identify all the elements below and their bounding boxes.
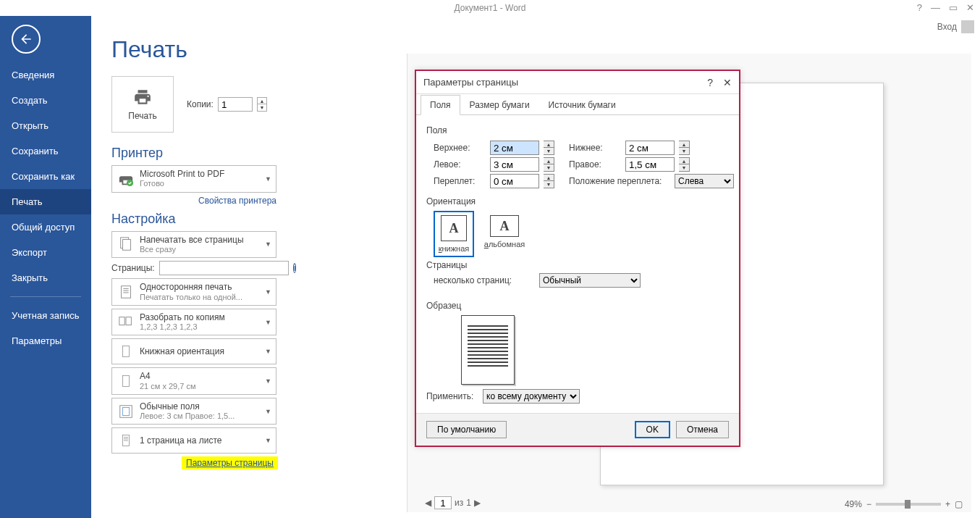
- tab-paper-size[interactable]: Размер бумаги: [460, 95, 539, 115]
- menu-create[interactable]: Создать: [0, 88, 91, 113]
- print-button[interactable]: Печать: [111, 76, 174, 133]
- chevron-down-icon: ▼: [265, 437, 271, 444]
- zoom-out-button[interactable]: −: [866, 499, 871, 509]
- zoom-in-button[interactable]: +: [945, 499, 950, 509]
- zoom-percent: 49%: [845, 499, 862, 509]
- chevron-down-icon: ▼: [265, 377, 271, 385]
- menu-close[interactable]: Закрыть: [0, 265, 91, 291]
- spinner[interactable]: ▲▼: [544, 141, 554, 155]
- sides-select[interactable]: Односторонняя печатьПечатать только на о…: [111, 278, 276, 306]
- gutter-input[interactable]: [490, 174, 539, 188]
- spinner[interactable]: ▲▼: [679, 157, 690, 172]
- paper-icon: [117, 372, 135, 390]
- chevron-down-icon: ▼: [265, 175, 271, 183]
- tab-margins[interactable]: Поля: [421, 95, 460, 115]
- svg-rect-8: [126, 317, 131, 325]
- fit-page-button[interactable]: ▢: [955, 499, 963, 509]
- menu-print[interactable]: Печать: [0, 189, 91, 214]
- preview-nav: ◀ из 1 ▶: [425, 496, 481, 509]
- zoom-control: 49% − + ▢: [845, 499, 963, 509]
- sheet-icon: [117, 431, 135, 450]
- menu-open[interactable]: Открыть: [0, 113, 91, 138]
- printer-ready-icon: [117, 170, 135, 188]
- chevron-down-icon: ▼: [265, 348, 271, 355]
- close-icon[interactable]: ✕: [966, 2, 974, 13]
- printer-properties-link[interactable]: Свойства принтера: [198, 196, 276, 206]
- gutter-position-select[interactable]: Слева: [675, 174, 734, 188]
- sample-preview: [461, 315, 515, 385]
- titlebar: Документ1 - Word ? ― ▭ ✕: [0, 0, 980, 16]
- spinner[interactable]: ▲▼: [544, 174, 554, 188]
- help-button[interactable]: ?: [707, 77, 713, 88]
- collate-select[interactable]: Разобрать по копиям1,2,3 1,2,3 1,2,3 ▼: [111, 309, 276, 336]
- margin-right-input[interactable]: [625, 157, 675, 172]
- minimize-icon[interactable]: ―: [931, 2, 940, 13]
- orientation-portrait-button[interactable]: A книжная: [434, 211, 474, 257]
- margins-icon: [117, 402, 135, 421]
- menu-save[interactable]: Сохранить: [0, 138, 91, 164]
- menu-saveas[interactable]: Сохранить как: [0, 164, 91, 189]
- chevron-down-icon: ▼: [265, 241, 271, 248]
- menu-share[interactable]: Общий доступ: [0, 214, 91, 240]
- pages-per-sheet-select[interactable]: 1 страница на листе ▼: [111, 427, 276, 454]
- sample-group-label: Образец: [426, 301, 729, 311]
- menu-separator: [10, 296, 81, 297]
- chevron-down-icon: ▼: [265, 288, 271, 296]
- orientation-landscape-button[interactable]: A альбомная: [484, 211, 525, 257]
- page-setup-link[interactable]: Параметры страницы: [182, 456, 278, 469]
- spinner[interactable]: ▲▼: [544, 157, 554, 172]
- margin-bottom-input[interactable]: [625, 141, 675, 155]
- chevron-down-icon: ▼: [265, 408, 271, 415]
- prev-page-button[interactable]: ◀: [425, 498, 431, 508]
- copies-input[interactable]: [218, 97, 253, 112]
- margins-select[interactable]: Обычные поляЛевое: 3 см Правое: 1,5... ▼: [111, 398, 276, 425]
- copies-spinner[interactable]: ▲▼: [257, 97, 267, 112]
- print-range-select[interactable]: Напечатать все страницыВсе сразу ▼: [111, 231, 276, 259]
- info-icon[interactable]: i: [293, 263, 297, 273]
- svg-rect-3: [122, 286, 131, 298]
- copies-label: Копии:: [187, 99, 214, 109]
- page-setup-dialog: Параметры страницы ?✕ Поля Размер бумаги…: [415, 70, 740, 447]
- orientation-select[interactable]: Книжная ориентация ▼: [111, 338, 276, 364]
- printer-icon: [132, 88, 153, 106]
- oneside-icon: [117, 283, 135, 301]
- portrait-icon: [117, 342, 135, 361]
- svg-rect-9: [123, 346, 130, 357]
- apply-to-select[interactable]: ко всему документу: [483, 389, 580, 404]
- svg-rect-7: [119, 317, 124, 325]
- multiple-pages-select[interactable]: Обычный: [539, 273, 641, 288]
- window-controls: ? ― ▭ ✕: [917, 2, 974, 13]
- cancel-button[interactable]: Отмена: [676, 421, 729, 438]
- window-title: Документ1 - Word: [454, 3, 525, 13]
- orientation-group-label: Ориентация: [426, 196, 729, 206]
- printer-section-title: Принтер: [111, 146, 163, 161]
- menu-options[interactable]: Параметры: [0, 328, 91, 354]
- zoom-slider[interactable]: [876, 503, 941, 506]
- pages-label: Страницы:: [111, 263, 155, 273]
- tab-paper-source[interactable]: Источник бумаги: [539, 95, 625, 115]
- spinner[interactable]: ▲▼: [679, 141, 690, 155]
- menu-export[interactable]: Экспорт: [0, 240, 91, 265]
- back-button[interactable]: [12, 25, 41, 54]
- margin-left-input[interactable]: [490, 157, 539, 172]
- pages-group-label: Страницы: [426, 260, 729, 270]
- dialog-title: Параметры страницы: [423, 77, 518, 88]
- pages-icon: [117, 235, 135, 254]
- set-default-button[interactable]: По умолчанию: [426, 421, 507, 438]
- page-number-input[interactable]: [434, 496, 452, 509]
- settings-section-title: Настройка: [111, 212, 176, 227]
- margins-group-label: Поля: [426, 125, 729, 135]
- backstage-sidebar: Сведения Создать Открыть Сохранить Сохра…: [0, 16, 91, 518]
- margin-top-input[interactable]: [490, 141, 539, 155]
- printer-select[interactable]: Microsoft Print to PDFГотово ▼: [111, 165, 276, 193]
- close-button[interactable]: ✕: [723, 77, 732, 88]
- svg-rect-10: [123, 376, 130, 387]
- menu-info[interactable]: Сведения: [0, 62, 91, 88]
- ok-button[interactable]: OK: [635, 421, 670, 438]
- pages-input[interactable]: [159, 261, 289, 275]
- menu-account[interactable]: Учетная запись: [0, 303, 91, 328]
- restore-icon[interactable]: ▭: [949, 2, 958, 13]
- paper-size-select[interactable]: A421 см x 29,7 см ▼: [111, 367, 276, 395]
- help-icon[interactable]: ?: [917, 2, 922, 13]
- next-page-button[interactable]: ▶: [474, 498, 481, 508]
